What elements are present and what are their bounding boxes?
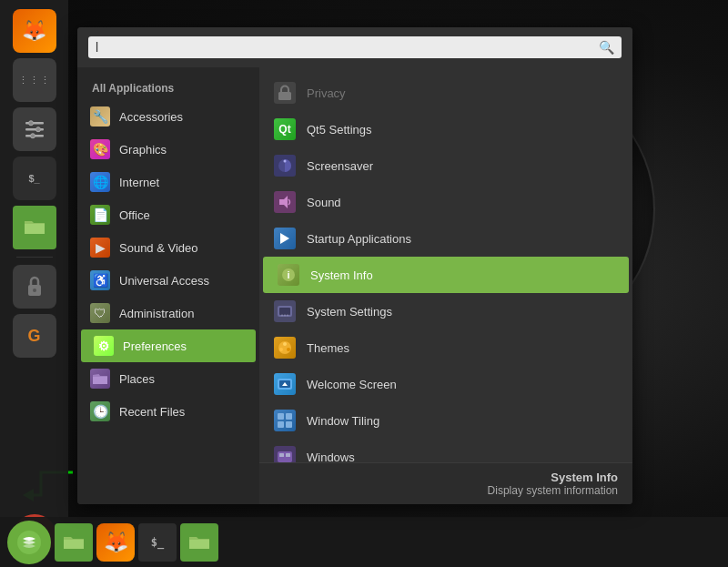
- svg-rect-29: [278, 421, 284, 428]
- item-themes[interactable]: Themes: [259, 329, 632, 366]
- svg-point-4: [35, 127, 40, 132]
- sysset-icon: [274, 300, 296, 322]
- svg-point-5: [30, 134, 35, 138]
- sound-item-icon: [274, 191, 296, 213]
- admin-icon: 🛡: [90, 303, 110, 323]
- search-input[interactable]: [96, 40, 593, 55]
- item-welcome[interactable]: Welcome Screen: [259, 366, 632, 402]
- item-sysset[interactable]: System Settings: [259, 293, 632, 329]
- category-graphics[interactable]: 🎨 Graphics: [77, 133, 259, 166]
- svg-rect-28: [286, 413, 292, 420]
- bottom-terminal[interactable]: $_: [138, 523, 177, 562]
- wintile-icon: [274, 410, 296, 431]
- category-admin[interactable]: 🛡 Administration: [77, 297, 259, 329]
- taskbar-settings[interactable]: [13, 107, 56, 151]
- taskbar-lock[interactable]: [13, 265, 56, 309]
- item-screensaver[interactable]: Screensaver: [259, 147, 632, 184]
- search-input-wrapper[interactable]: 🔍: [88, 36, 622, 58]
- svg-text:i: i: [287, 269, 289, 280]
- taskbar-files[interactable]: [13, 206, 56, 249]
- category-office[interactable]: 📄 Office: [77, 198, 259, 231]
- windows-icon: [274, 446, 296, 462]
- svg-point-7: [33, 289, 36, 292]
- svg-rect-31: [278, 451, 292, 462]
- startup-icon: [274, 228, 296, 249]
- taskbar-left: 🦊 ⋮⋮⋮ $_ G ⏻: [0, 0, 68, 567]
- app-menu: 🔍 All Applications 🔧 Accessories 🎨 Graph…: [77, 27, 632, 504]
- bottom-firefox[interactable]: 🦊: [96, 523, 135, 562]
- category-internet[interactable]: 🌐 Internet: [77, 166, 259, 198]
- category-universal[interactable]: ♿ Universal Access: [77, 264, 259, 297]
- sysinfo-icon: i: [278, 264, 299, 286]
- status-title: System Info: [274, 471, 618, 484]
- accessories-icon: 🔧: [90, 106, 110, 127]
- svg-point-18: [284, 315, 286, 317]
- screensaver-icon: [274, 155, 296, 177]
- welcome-icon: [274, 373, 296, 395]
- svg-rect-30: [286, 421, 292, 428]
- search-bar: 🔍: [77, 27, 632, 67]
- search-icon: 🔍: [599, 40, 614, 55]
- graphics-icon: 🎨: [90, 139, 110, 159]
- themes-icon: [274, 337, 296, 359]
- svg-marker-12: [280, 233, 289, 244]
- svg-point-21: [283, 342, 287, 346]
- svg-rect-32: [279, 453, 284, 457]
- item-qt5[interactable]: Qt Qt5 Settings: [259, 111, 632, 147]
- svg-rect-33: [286, 453, 290, 457]
- svg-marker-11: [279, 196, 288, 208]
- svg-point-10: [284, 160, 287, 163]
- taskbar-bottom: 🦊 $_: [0, 517, 728, 567]
- item-privacy[interactable]: Privacy: [259, 75, 632, 111]
- taskbar-terminal[interactable]: $_: [13, 157, 56, 200]
- categories-panel: All Applications 🔧 Accessories 🎨 Graphic…: [77, 67, 259, 504]
- sound-icon: ▶: [90, 238, 110, 258]
- recent-icon: 🕒: [90, 401, 110, 421]
- menu-content: All Applications 🔧 Accessories 🎨 Graphic…: [77, 67, 632, 504]
- taskbar-separator: [16, 257, 53, 258]
- svg-point-3: [28, 121, 33, 126]
- svg-rect-27: [278, 413, 284, 420]
- svg-point-22: [287, 348, 290, 351]
- category-places[interactable]: Places: [77, 362, 259, 395]
- places-icon: [90, 369, 110, 389]
- svg-point-23: [279, 348, 283, 351]
- universal-icon: ♿: [90, 270, 110, 290]
- taskbar-apps[interactable]: ⋮⋮⋮: [13, 58, 56, 102]
- status-bar: System Info Display system information: [259, 462, 632, 504]
- categories-header: All Applications: [77, 76, 259, 100]
- items-panel: Privacy Qt Qt5 Settings Screensaver: [259, 67, 632, 462]
- privacy-icon: [274, 82, 296, 104]
- item-sysinfo[interactable]: i System Info: [263, 257, 629, 293]
- right-panel: Privacy Qt Qt5 Settings Screensaver: [259, 67, 632, 504]
- svg-rect-16: [279, 308, 290, 315]
- qt5-icon: Qt: [274, 118, 296, 140]
- category-recent[interactable]: 🕒 Recent Files: [77, 395, 259, 428]
- category-sound[interactable]: ▶ Sound & Video: [77, 231, 259, 264]
- bottom-files[interactable]: [55, 523, 93, 562]
- bottom-mint-menu[interactable]: [7, 521, 51, 564]
- item-windows[interactable]: Windows: [259, 439, 632, 462]
- category-accessories[interactable]: 🔧 Accessories: [77, 100, 259, 133]
- status-description: Display system information: [274, 484, 618, 497]
- svg-rect-8: [278, 92, 291, 100]
- category-preferences[interactable]: ⚙ Preferences: [81, 329, 256, 362]
- item-startup[interactable]: Startup Applications: [259, 220, 632, 257]
- svg-point-17: [281, 315, 283, 317]
- preferences-icon: ⚙: [94, 336, 114, 356]
- svg-point-19: [287, 315, 288, 317]
- item-wintile[interactable]: Window Tiling: [259, 402, 632, 439]
- taskbar-firefox[interactable]: 🦊: [13, 9, 56, 53]
- item-sound[interactable]: Sound: [259, 184, 632, 220]
- internet-icon: 🌐: [90, 172, 110, 192]
- bottom-folder[interactable]: [180, 523, 218, 562]
- taskbar-gimp[interactable]: G: [13, 314, 56, 358]
- office-icon: 📄: [90, 205, 110, 225]
